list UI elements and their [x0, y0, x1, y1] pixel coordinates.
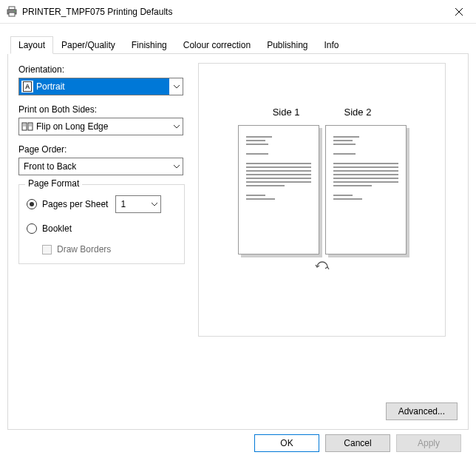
window-title: PRINTER_TMPF075 Printing Defaults [22, 7, 442, 17]
page-order-label: Page Order: [18, 144, 185, 155]
preview-page-2 [325, 125, 407, 255]
tab-finishing[interactable]: Finishing [123, 36, 175, 54]
tab-publishing[interactable]: Publishing [259, 36, 316, 54]
orientation-value: Portrait [36, 81, 65, 92]
svg-rect-0 [9, 7, 15, 10]
pages-per-sheet-value: 1 [116, 199, 147, 209]
both-sides-select[interactable]: Flip on Long Edge [18, 118, 183, 135]
titlebar: PRINTER_TMPF075 Printing Defaults [0, 0, 476, 24]
chevron-down-icon [169, 118, 183, 135]
chevron-down-icon [169, 78, 183, 95]
orientation-select[interactable]: A Portrait [18, 78, 183, 95]
page-format-group: Page Format Pages per Sheet 1 [18, 184, 185, 264]
booklet-radio[interactable] [27, 223, 37, 234]
dialog-footer: OK Cancel Apply [7, 430, 469, 452]
tab-paper-quality[interactable]: Paper/Quality [53, 36, 123, 54]
tab-panel-layout: Orientation: A Portrait [7, 54, 469, 430]
portrait-icon: A [21, 81, 33, 92]
close-icon [455, 8, 463, 16]
preview-side2-label: Side 2 [344, 107, 372, 118]
svg-rect-2 [9, 13, 15, 16]
flip-indicator-icon [314, 260, 330, 277]
chevron-down-icon [169, 158, 183, 175]
draw-borders-checkbox [42, 245, 52, 255]
both-sides-label: Print on Both Sides: [18, 104, 185, 115]
chevron-down-icon [147, 196, 160, 212]
tab-info[interactable]: Info [316, 36, 347, 54]
pages-per-sheet-radio[interactable] [27, 199, 37, 209]
close-button[interactable] [442, 0, 476, 24]
svg-text:A: A [25, 83, 30, 90]
booklet-label: Booklet [42, 223, 72, 234]
advanced-button[interactable]: Advanced... [386, 402, 458, 420]
ok-button[interactable]: OK [254, 434, 319, 452]
page-order-value: Front to Back [21, 161, 76, 172]
orientation-label: Orientation: [18, 64, 185, 75]
printer-icon [6, 6, 18, 18]
tab-bar: Layout Paper/Quality Finishing Colour co… [10, 36, 469, 54]
pages-per-sheet-label: Pages per Sheet [42, 199, 108, 209]
tab-colour-correction[interactable]: Colour correction [175, 36, 259, 54]
tab-layout[interactable]: Layout [10, 36, 53, 54]
flip-long-edge-icon [21, 121, 33, 132]
page-order-select[interactable]: Front to Back [18, 158, 183, 175]
apply-button: Apply [396, 434, 461, 452]
preview-side1-label: Side 1 [273, 107, 300, 118]
page-format-legend: Page Format [25, 178, 82, 189]
svg-point-3 [14, 10, 16, 12]
preview-page-1 [238, 125, 319, 255]
page-preview: Side 1 Side 2 [198, 63, 446, 337]
pages-per-sheet-select[interactable]: 1 [115, 195, 161, 213]
draw-borders-label: Draw Borders [57, 244, 111, 255]
cancel-button[interactable]: Cancel [325, 434, 390, 452]
both-sides-value: Flip on Long Edge [36, 121, 108, 132]
